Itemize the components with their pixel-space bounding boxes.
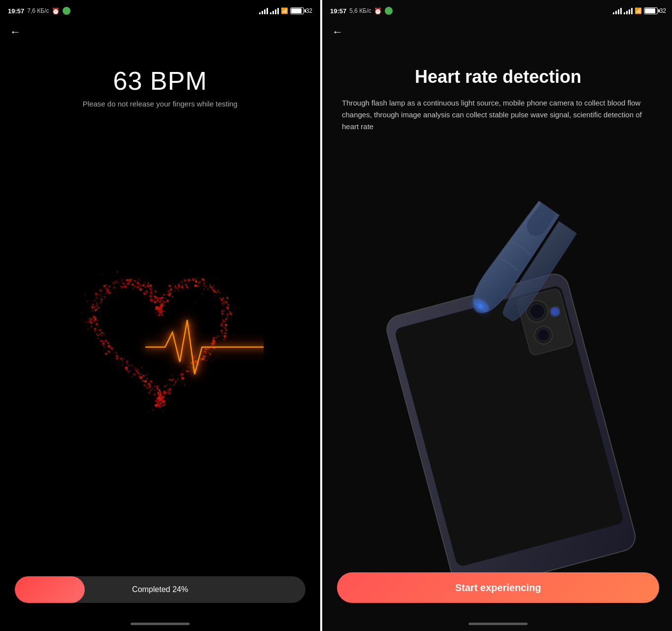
svg-point-743 (112, 322, 112, 323)
svg-point-657 (226, 327, 227, 328)
svg-point-316 (163, 404, 163, 404)
svg-point-419 (99, 340, 99, 340)
svg-point-799 (163, 310, 164, 311)
svg-point-758 (101, 293, 102, 294)
svg-point-528 (134, 280, 136, 282)
svg-point-343 (152, 389, 153, 390)
svg-point-141 (221, 310, 224, 313)
svg-point-393 (120, 357, 123, 360)
svg-point-99 (202, 280, 203, 281)
svg-point-729 (126, 362, 127, 364)
svg-point-559 (152, 300, 153, 301)
svg-point-740 (90, 351, 90, 351)
svg-point-601 (166, 308, 168, 309)
svg-point-552 (154, 290, 157, 293)
svg-point-724 (134, 379, 134, 380)
svg-point-93 (198, 282, 200, 284)
svg-point-666 (195, 355, 196, 356)
svg-point-663 (215, 356, 217, 357)
svg-point-389 (127, 364, 128, 365)
svg-point-622 (194, 302, 195, 303)
svg-point-368 (142, 375, 144, 377)
svg-point-359 (145, 386, 145, 386)
left-status-icons: 📶 32 (259, 7, 312, 14)
svg-point-678 (169, 373, 169, 373)
svg-point-684 (168, 392, 168, 393)
svg-point-255 (169, 388, 171, 389)
svg-point-387 (126, 360, 128, 362)
svg-point-788 (151, 295, 152, 297)
svg-point-116 (211, 286, 213, 289)
svg-point-745 (84, 322, 85, 323)
svg-point-597 (157, 315, 158, 316)
svg-point-733 (132, 347, 132, 348)
svg-point-301 (156, 407, 156, 408)
svg-point-425 (97, 335, 99, 336)
svg-point-710 (161, 395, 162, 396)
right-time: 19:57 (330, 7, 346, 15)
svg-point-732 (117, 363, 118, 364)
svg-point-119 (214, 295, 214, 295)
svg-point-535 (138, 284, 141, 287)
svg-point-184 (217, 344, 217, 344)
left-back-button[interactable]: ← (10, 26, 21, 38)
svg-point-128 (223, 301, 223, 302)
svg-point-392 (121, 364, 124, 366)
svg-point-396 (122, 361, 123, 362)
svg-point-458 (92, 311, 93, 312)
svg-point-653 (217, 318, 218, 319)
svg-point-98 (202, 278, 204, 280)
svg-point-681 (179, 381, 181, 382)
right-back-button[interactable]: ← (332, 26, 343, 38)
svg-point-722 (149, 383, 151, 384)
svg-point-639 (214, 289, 215, 290)
svg-point-357 (150, 387, 151, 388)
svg-point-793 (160, 301, 161, 302)
svg-point-608 (164, 306, 164, 306)
svg-point-460 (98, 307, 99, 309)
svg-point-322 (163, 397, 164, 398)
left-screen: 19:57 7,6 КБ/с ⏰ 📶 32 (0, 0, 320, 631)
svg-point-500 (113, 287, 114, 289)
svg-point-652 (231, 317, 232, 318)
svg-point-176 (216, 337, 217, 338)
svg-point-675 (186, 366, 186, 366)
svg-point-152 (227, 316, 229, 318)
svg-point-664 (211, 339, 212, 339)
svg-point-453 (92, 310, 93, 311)
svg-point-148 (223, 310, 225, 312)
svg-point-736 (104, 346, 105, 347)
svg-point-708 (155, 396, 156, 397)
svg-point-355 (150, 380, 152, 383)
svg-point-29 (162, 303, 163, 304)
svg-point-656 (233, 335, 234, 336)
start-experiencing-button[interactable]: Start experiencing (337, 572, 659, 603)
svg-point-146 (227, 313, 229, 316)
svg-point-139 (228, 306, 229, 306)
svg-point-762 (104, 285, 105, 286)
svg-point-268 (163, 391, 165, 394)
svg-point-405 (111, 347, 113, 350)
svg-point-424 (97, 338, 99, 339)
svg-point-751 (81, 313, 82, 314)
svg-point-234 (181, 379, 182, 380)
svg-point-167 (222, 326, 224, 327)
svg-point-136 (227, 303, 229, 305)
svg-point-778 (144, 284, 145, 285)
svg-point-465 (92, 307, 93, 308)
svg-point-434 (98, 327, 98, 327)
svg-point-302 (157, 399, 158, 400)
svg-point-261 (167, 393, 167, 393)
svg-point-470 (99, 303, 100, 304)
svg-point-410 (107, 350, 110, 353)
svg-point-481 (99, 289, 102, 292)
svg-point-106 (204, 282, 205, 283)
svg-point-19 (158, 305, 159, 305)
svg-point-672 (191, 368, 192, 369)
svg-point-102 (205, 286, 207, 287)
svg-point-707 (148, 398, 149, 400)
svg-point-459 (91, 304, 92, 305)
svg-point-341 (157, 390, 158, 391)
svg-point-433 (96, 333, 98, 335)
svg-point-74 (177, 283, 180, 286)
